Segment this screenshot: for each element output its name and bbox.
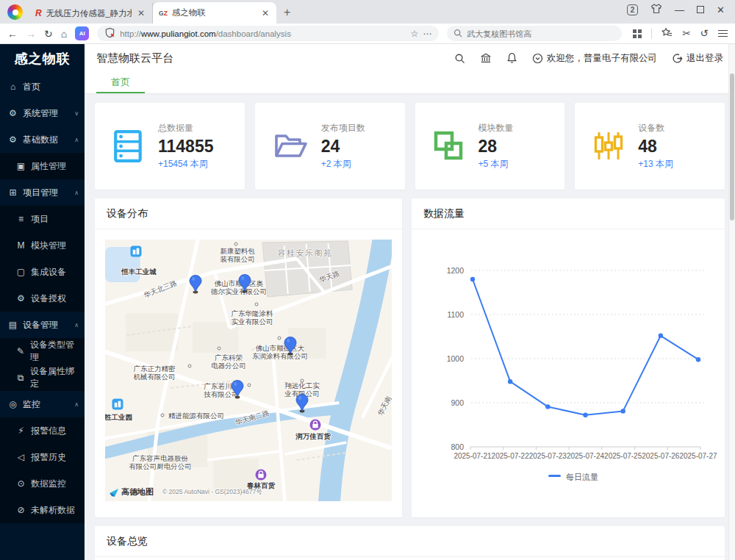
sidebar-subitem[interactable]: ⚙设备授权 <box>0 285 85 312</box>
sidebar-item[interactable]: ◎监控∧ <box>0 391 85 417</box>
scrollbar-thumb[interactable] <box>730 73 734 220</box>
forward-icon[interactable]: → <box>26 29 36 39</box>
notification-bell-icon[interactable] <box>506 52 517 64</box>
tag-icon: ◎ <box>8 399 18 409</box>
welcome-text: 欢迎您，普量电子有限公司 <box>547 52 657 65</box>
search-box[interactable] <box>447 26 622 41</box>
sidebar-submenu: ⚡报警信息◁报警历史⊙数据监控⊘未解析数据 <box>0 417 85 523</box>
poi-label: 广东华隆涂料实业有限公司 <box>232 309 273 326</box>
sidebar-subitem[interactable]: ▢集成设备 <box>0 259 85 285</box>
svg-text:2025-07-22: 2025-07-22 <box>492 452 530 460</box>
sidebar-subitem[interactable]: ⚡报警信息 <box>0 417 85 444</box>
sidebar-item-label: 未解析数据 <box>31 504 75 517</box>
tab-home[interactable]: 首页 <box>96 72 145 93</box>
monitor-icon: ⊙ <box>16 478 26 489</box>
map-marker[interactable] <box>284 337 297 356</box>
user-circle-icon <box>532 53 543 64</box>
data-flow-panel: 数据流量 8009001000110012002025-07-212025-07… <box>412 198 725 517</box>
organization-bank-icon[interactable] <box>480 52 492 64</box>
more-options-icon[interactable]: ⋯ <box>423 29 431 39</box>
map-marker[interactable] <box>231 380 244 399</box>
sidebar-item[interactable]: ⚙基础数据∧ <box>0 126 85 153</box>
tab-close-icon[interactable]: ✕ <box>136 8 146 18</box>
logout-text: 退出登录 <box>686 52 723 65</box>
sidebar-item[interactable]: ⚙系统管理∨ <box>0 100 85 126</box>
favorites-collect-icon[interactable] <box>662 27 673 40</box>
sidebar-subitem[interactable]: ✎设备类型管理 <box>0 338 85 365</box>
browser-addressbar: ← → ↻ ⌂ AI http://www.puliangiot.com/das… <box>0 24 735 44</box>
data-flow-chart: 8009001000110012002025-07-212025-07-2220… <box>412 229 725 505</box>
sidebar-subitem[interactable]: ≡项目 <box>0 206 85 232</box>
browser-logo-icon[interactable] <box>7 4 23 20</box>
ai-assistant-icon[interactable]: AI <box>75 26 89 40</box>
sidebar-item-label: 设备授权 <box>31 292 66 305</box>
screenshot-scissors-icon[interactable]: ✂ <box>682 29 690 39</box>
stat-label: 模块数量 <box>478 122 514 134</box>
unparsed-icon: ⊘ <box>16 505 26 515</box>
poi-label: 佛山市顺德区大东润涂料有限公司 <box>252 344 308 360</box>
sidebar-item[interactable]: ▤设备管理∧ <box>0 312 85 338</box>
poi-label: 恒丰工业城 <box>121 268 157 276</box>
page-tabbar: 首页 <box>85 72 735 94</box>
stat-value: 114855 <box>158 137 213 157</box>
header-search-icon[interactable] <box>454 53 465 64</box>
search-input[interactable] <box>467 29 599 38</box>
app-logo: 感之物联 <box>0 44 85 73</box>
minimize-icon[interactable]: — <box>675 4 684 15</box>
window-count-badge[interactable]: 2 <box>627 4 638 15</box>
building-icon <box>131 246 142 257</box>
sidebar-subitem[interactable]: ▣属性管理 <box>0 153 85 179</box>
gear-icon: ⚙ <box>8 108 18 118</box>
back-icon[interactable]: ← <box>7 29 18 39</box>
sidebar-item-label: 属性管理 <box>31 160 66 173</box>
sidebar-item-label: 集成设备 <box>31 266 66 279</box>
browser-tab-1[interactable]: R 无线压力传感器_静力水准仪_ ✕ <box>29 3 153 24</box>
sidebar-item-label: 报警历史 <box>31 451 66 464</box>
sidebar-item-label: 项目管理 <box>23 187 58 199</box>
sidebar-item-label: 监控 <box>23 398 40 411</box>
sidebar-item-label: 项目 <box>31 213 49 226</box>
tab-close-icon[interactable]: ✕ <box>260 8 270 18</box>
new-tab-button[interactable]: + <box>284 6 290 19</box>
poi-label: 新康塑料包装有限公司 <box>220 247 255 263</box>
sidebar-subitem[interactable]: M模块管理 <box>0 232 85 259</box>
candlestick-icon <box>592 130 625 162</box>
grid-icon: ⊞ <box>8 187 18 198</box>
sidebar-item-label: 报警信息 <box>31 425 66 437</box>
tab-title: 无线压力传感器_静力水准仪_ <box>46 8 132 19</box>
chevron-up-icon: ∧ <box>74 322 79 329</box>
sidebar-subitem[interactable]: ⧉设备属性绑定 <box>0 365 85 391</box>
welcome-user[interactable]: 欢迎您，普量电子有限公司 <box>532 52 657 65</box>
apps-grid-icon[interactable] <box>633 29 642 38</box>
stat-delta: +13 本周 <box>638 158 673 170</box>
poi-label: 胜工业园 <box>105 413 132 421</box>
home-icon: ⌂ <box>8 82 18 92</box>
menu-hamburger-icon[interactable] <box>718 30 728 37</box>
logout-button[interactable]: 退出登录 <box>672 52 723 65</box>
theme-shirt-icon[interactable] <box>650 3 662 17</box>
map-canvas[interactable]: 高德地图 © 2025 AutoNavi - GS(2023)4677号 新康塑… <box>105 240 392 501</box>
browser-tab-2[interactable]: GZ 感之物联 ✕ <box>153 2 276 24</box>
sidebar-item-label: 设备管理 <box>23 319 58 331</box>
sidebar-item[interactable]: ⊞项目管理∧ <box>0 179 85 206</box>
close-window-icon[interactable]: ✕ <box>717 4 725 15</box>
amap-logo[interactable]: 高德地图 <box>109 487 154 498</box>
map-marker[interactable] <box>238 274 251 293</box>
tab-title: 感之物联 <box>172 7 256 18</box>
stats-row: 总数据量 114855 +15454 本周 发布项目数 24 +2 本周 <box>95 103 725 190</box>
sidebar-item[interactable]: ⌂首页 <box>0 73 85 100</box>
bookmark-star-icon[interactable]: ☆ <box>410 29 418 39</box>
sidebar-subitem[interactable]: ◁报警历史 <box>0 444 85 470</box>
url-field[interactable]: http://www.puliangiot.com/dashboard/anal… <box>97 26 439 41</box>
app-header: 智慧物联云平台 欢迎您，普量电子有限公司 <box>85 44 735 72</box>
shield-blocked-icon[interactable] <box>104 27 115 40</box>
maximize-icon[interactable] <box>697 6 704 13</box>
history-undo-icon[interactable]: ↺ <box>700 29 709 39</box>
map-marker[interactable] <box>189 275 202 294</box>
sidebar-subitem[interactable]: ⊘未解析数据 <box>0 497 85 523</box>
page-scrollbar[interactable] <box>728 44 735 560</box>
reload-icon[interactable]: ↻ <box>44 29 53 39</box>
map-marker[interactable] <box>295 394 309 413</box>
home-icon[interactable]: ⌂ <box>61 29 67 39</box>
sidebar-subitem[interactable]: ⊙数据监控 <box>0 470 85 497</box>
